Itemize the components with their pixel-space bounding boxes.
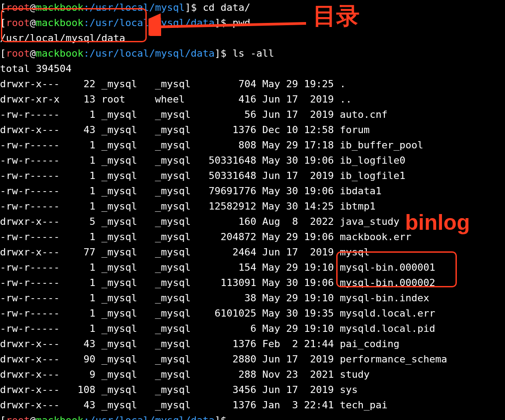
prompt-dollar: $ [221, 415, 226, 420]
listing-row: drwxr-x--- 90 _mysql _mysql 2880 Jun 17 … [0, 353, 447, 365]
annotation-box-directory [1, 8, 147, 42]
prompt-colon: : [83, 48, 89, 59]
prompt-at: @ [30, 48, 36, 59]
prompt-bracket: [ [0, 48, 6, 59]
listing-row: -rw-r----- 1 _mysql _mysql 79691776 May … [0, 185, 382, 197]
annotation-label-binlog: binlog [405, 215, 470, 230]
prompt-bracket-close: ] [215, 415, 221, 420]
annotation-label-directory: 目录 [313, 8, 360, 23]
prompt-colon: : [83, 415, 89, 420]
prompt-path: /usr/local/mysql/data [90, 415, 215, 420]
listing-row: drwxr-x--- 43 _mysql _mysql 1376 Jan 3 2… [0, 399, 388, 411]
prompt-path: /usr/local/mysql/data [90, 48, 215, 59]
listing-row: drwxr-x--- 43 _mysql _mysql 1376 Dec 10 … [0, 124, 370, 135]
listing-row: -rw-r----- 1 _mysql _mysql 6 May 29 19:1… [0, 323, 435, 334]
annotation-box-binlog [336, 251, 457, 287]
listing-row: -rw-r----- 1 _mysql _mysql 50331648 Jun … [0, 170, 406, 181]
listing-row: drwxr-x--- 43 _mysql _mysql 1376 Feb 2 2… [0, 338, 399, 349]
prompt-host: mackbook [36, 48, 83, 59]
prompt-dollar: $ [191, 2, 197, 13]
prompt-user: root [6, 415, 30, 420]
prompt-at: @ [30, 415, 36, 420]
listing-row: -rw-r----- 1 _mysql _mysql 56 Jun 17 201… [0, 109, 388, 120]
listing-row: drwxr-x--- 9 _mysql _mysql 288 Nov 23 20… [0, 369, 370, 380]
prompt-bracket: [ [0, 415, 6, 420]
prompt-dollar: $ [221, 48, 226, 59]
listing-row: drwxr-x--- 108 _mysql _mysql 3456 Jun 17… [0, 384, 358, 395]
svg-line-1 [153, 23, 306, 27]
listing-row: -rw-r----- 1 _mysql _mysql 50331648 May … [0, 155, 406, 166]
listing-row: -rw-r----- 1 _mysql _mysql 38 May 29 19:… [0, 292, 429, 304]
ls-total: total 394504 [0, 63, 72, 74]
listing-row: -rw-r----- 1 _mysql _mysql 204872 May 29… [0, 231, 411, 242]
listing-row: drwxr-x--- 77 _mysql _mysql 2464 Jun 17 … [0, 246, 370, 258]
cmd-cd: cd data/ [203, 2, 250, 13]
prompt-host: mackbook [36, 415, 83, 420]
annotation-arrow-icon [149, 13, 311, 36]
listing-row: -rw-r----- 1 _mysql _mysql 12582912 May … [0, 201, 375, 212]
prompt-user: root [6, 48, 30, 59]
listing-row: drwxr-xr-x 13 root wheel 416 Jun 17 2019… [0, 94, 352, 105]
cmd-ls: ls -all [233, 48, 275, 59]
listing-row: -rw-r----- 1 _mysql _mysql 6101025 May 3… [0, 308, 435, 319]
listing-row: -rw-r----- 1 _mysql _mysql 808 May 29 17… [0, 139, 423, 151]
prompt-bracket-close: ] [215, 48, 221, 59]
listing-row: drwxr-x--- 22 _mysql _mysql 704 May 29 1… [0, 78, 346, 89]
listing-row: drwxr-x--- 5 _mysql _mysql 160 Aug 8 202… [0, 216, 399, 227]
prompt-bracket-close: ] [185, 2, 191, 13]
terminal-output[interactable]: [root@mackbook:/usr/local/mysql]$ cd dat… [0, 0, 505, 420]
